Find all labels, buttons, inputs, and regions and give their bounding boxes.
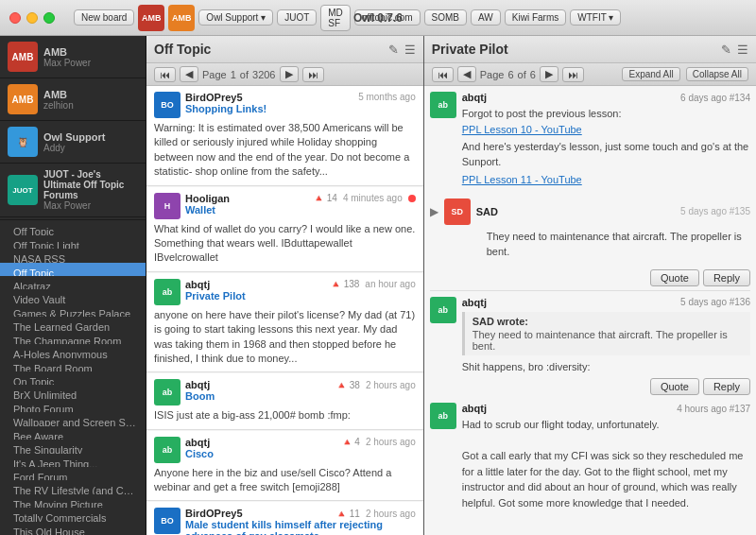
md-sf-button[interactable]: MDSF bbox=[320, 5, 351, 31]
list-icon[interactable]: ☰ bbox=[737, 43, 748, 57]
right-column-title: Private Pilot bbox=[432, 42, 508, 57]
left-column-pagination: ⏮ ◀ Page 1 of 3206 ▶ ⏭ bbox=[146, 63, 423, 86]
post-author: abqtj bbox=[462, 403, 487, 414]
account-button-amb1[interactable]: AMB bbox=[138, 5, 164, 31]
sidebar-item-bee-aware[interactable]: Bee Aware bbox=[0, 426, 146, 440]
expand-arrow[interactable]: ▶ bbox=[430, 205, 438, 218]
quote-button[interactable]: Quote bbox=[650, 378, 699, 395]
post-subject[interactable]: Wallet bbox=[185, 204, 416, 216]
post-time: 4 minutes ago bbox=[343, 193, 403, 203]
sidebar-item-learned-garden[interactable]: The Learned Garden bbox=[0, 317, 146, 330]
quote-button[interactable]: Quote bbox=[650, 269, 699, 286]
post-meta: BirdOPrey5 5 months ago Shopping Links! bbox=[185, 92, 416, 114]
avatar: ab bbox=[430, 403, 456, 429]
sidebar-account-juot[interactable]: JUOT JUOT - Joe's Ultimate Off Topic For… bbox=[0, 164, 146, 217]
sidebar-item-alcatraz[interactable]: Alcatraz bbox=[0, 276, 146, 289]
sidebar-item-video-vault[interactable]: Video Vault bbox=[0, 289, 146, 302]
sidebar-account-amb[interactable]: AMB AMB Max Power bbox=[0, 36, 146, 78]
wtfit-button[interactable]: WTFIT ▾ bbox=[570, 9, 621, 26]
kiwifarms-button[interactable]: Kiwi Farms bbox=[505, 9, 566, 26]
sidebar-item-rv-lifestyle[interactable]: The RV Lifestyle (and Camping) bbox=[0, 480, 146, 493]
next-page-button[interactable]: ▶ bbox=[540, 66, 558, 82]
sidebar-item-board-room[interactable]: The Board Room bbox=[0, 358, 146, 371]
sidebar-item-champagne-room[interactable]: The Champagne Room bbox=[0, 331, 146, 344]
juot-button[interactable]: JUOT bbox=[277, 9, 317, 26]
account-info-owlsupport: Owl Support Addy bbox=[43, 131, 105, 153]
page-of: of bbox=[518, 69, 526, 80]
post-subject[interactable]: Private Pilot bbox=[185, 290, 416, 302]
new-board-button[interactable]: New board bbox=[74, 9, 134, 26]
post-body: Forgot to post the previous lesson: bbox=[462, 106, 750, 122]
close-button[interactable] bbox=[9, 12, 21, 24]
left-column-title: Off Topic bbox=[154, 42, 211, 57]
post-item[interactable]: ab abqtj 🔺 4 2 hours ago Cisco bbox=[146, 431, 423, 502]
next-page-button[interactable]: ▶ bbox=[280, 66, 299, 82]
edit-icon[interactable]: ✎ bbox=[721, 43, 731, 57]
sidebar-item-off-topic-active[interactable]: Off Topic bbox=[0, 263, 146, 276]
expand-all-button[interactable]: Expand All bbox=[622, 67, 679, 81]
sidebar-item-ford[interactable]: Ford Forum bbox=[0, 467, 146, 480]
sidebar-item-off-topic-light[interactable]: Off Topic Light bbox=[0, 235, 146, 249]
sidebar-item-totally-commercials[interactable]: Totally Commercials bbox=[0, 508, 146, 521]
sidebar-account-amb2[interactable]: AMB AMB zelhion bbox=[0, 78, 146, 121]
page-label: Page bbox=[480, 69, 505, 80]
account-name-owlsupport: Owl Support bbox=[43, 131, 105, 143]
prev-page-button[interactable]: ◀ bbox=[180, 66, 198, 82]
ppl-lesson-10-link[interactable]: PPL Lesson 10 - YouTube bbox=[462, 124, 750, 135]
sidebar-item-photo-forum[interactable]: Photo Forum bbox=[0, 399, 146, 412]
current-page: 1 bbox=[231, 69, 236, 80]
title-bar: New board AMB AMB Owl Support ▾ JUOT MDS… bbox=[0, 0, 756, 36]
owl-support-button[interactable]: Owl Support ▾ bbox=[198, 9, 273, 26]
edit-icon[interactable]: ✎ bbox=[388, 43, 399, 57]
sidebar-item-on-topic[interactable]: On Topic bbox=[0, 371, 146, 385]
list-icon[interactable]: ☰ bbox=[404, 43, 416, 57]
aw-button[interactable]: AW bbox=[471, 9, 501, 26]
first-page-button[interactable]: ⏮ bbox=[154, 67, 176, 82]
left-column-body: BO BirdOPrey5 5 months ago Shopping Link… bbox=[146, 86, 423, 535]
sidebar-item-jeep[interactable]: It's A Jeep Thing... bbox=[0, 454, 146, 467]
account-button-amb2[interactable]: AMB bbox=[168, 5, 195, 31]
account-username-juot: Max Power bbox=[43, 200, 138, 211]
first-page-button[interactable]: ⏮ bbox=[432, 67, 454, 82]
sidebar-item-off-topic[interactable]: Off Topic bbox=[0, 221, 146, 234]
post-author: BirdOPrey5 bbox=[185, 92, 243, 103]
minimize-button[interactable] bbox=[26, 12, 38, 24]
post-subject[interactable]: Cisco bbox=[185, 448, 416, 459]
post-content: abqtj 6 days ago #134 Forgot to post the… bbox=[462, 92, 750, 187]
post-header: BO BirdOPrey5 5 months ago Shopping Link… bbox=[154, 92, 416, 118]
post-subject[interactable]: Shopping Links! bbox=[185, 103, 416, 114]
post-time: 5 months ago bbox=[358, 92, 416, 103]
post-item[interactable]: H Hooligan 🔺 14 4 minutes ago Wallet bbox=[146, 187, 423, 272]
sidebar-item-nasa-rss[interactable]: NASA RSS bbox=[0, 249, 146, 262]
sidebar-account-owlsupport[interactable]: 🦉 Owl Support Addy bbox=[0, 121, 146, 164]
avatar: ab bbox=[430, 297, 456, 323]
post-item[interactable]: BO BirdOPrey5 🔺 11 2 hours ago Male stud… bbox=[146, 502, 423, 535]
account-info-amb2: AMB zelhion bbox=[43, 89, 74, 111]
reply-button[interactable]: Reply bbox=[703, 269, 750, 286]
prev-page-button[interactable]: ◀ bbox=[457, 66, 476, 82]
post-subject[interactable]: Male student kills himself after rejecti… bbox=[185, 519, 416, 535]
collapse-all-button[interactable]: Collapse All bbox=[686, 67, 748, 81]
last-page-button[interactable]: ⏭ bbox=[562, 67, 584, 82]
sidebar-item-singularity[interactable]: The Singularity bbox=[0, 440, 146, 453]
last-page-button[interactable]: ⏭ bbox=[302, 67, 324, 82]
account-avatar-juot: JUOT bbox=[8, 175, 38, 205]
post-content: SAD 5 days ago #135 bbox=[476, 206, 750, 217]
sidebar-item-brx-unlimited[interactable]: BrX Unlimited bbox=[0, 385, 146, 398]
post-item[interactable]: ab abqtj 🔺 38 2 hours ago Boom bbox=[146, 373, 423, 429]
post-item[interactable]: BO BirdOPrey5 5 months ago Shopping Link… bbox=[146, 86, 423, 186]
sidebar-item-wallpaper[interactable]: Wallpaper and Screen Savers bbox=[0, 412, 146, 425]
somb-button[interactable]: SOMB bbox=[424, 9, 467, 26]
post-subject[interactable]: Boom bbox=[185, 390, 416, 402]
ppl-lesson-11-link[interactable]: PPL Lesson 11 - YouTube bbox=[462, 174, 750, 185]
maximize-button[interactable] bbox=[43, 12, 55, 24]
post-item[interactable]: ab abqtj 🔺 138 an hour ago Private Pilot bbox=[146, 273, 423, 373]
sidebar-item-aholes[interactable]: A-Holes Anonymous bbox=[0, 344, 146, 357]
post-meta: 5 days ago #136 bbox=[680, 297, 750, 307]
reply-button[interactable]: Reply bbox=[703, 378, 750, 395]
post-content: abqtj 4 hours ago #137 Had to scrub our … bbox=[462, 403, 750, 510]
sidebar-item-moving-picture[interactable]: The Moving Picture bbox=[0, 494, 146, 508]
sad-header: SAD 5 days ago #135 bbox=[476, 206, 750, 217]
sidebar-item-games-puzzles[interactable]: Games & Puzzles Palace bbox=[0, 303, 146, 317]
sidebar-item-old-house[interactable]: This Old House bbox=[0, 522, 146, 535]
